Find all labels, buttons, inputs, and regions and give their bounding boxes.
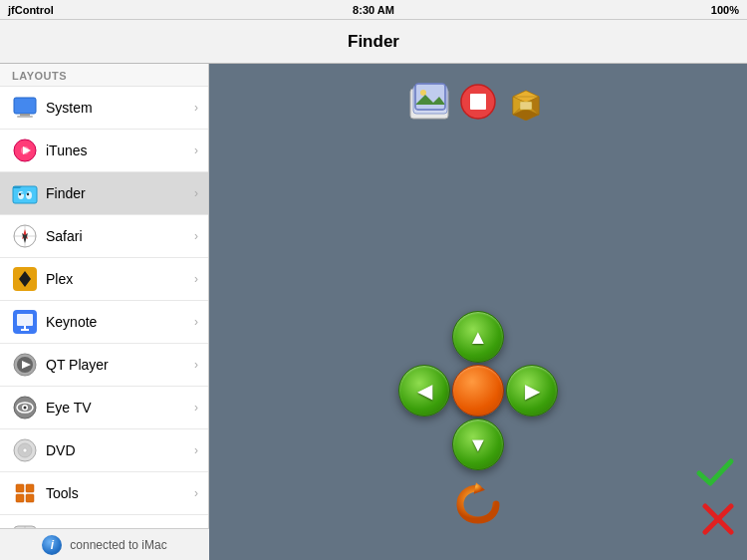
section-header-layouts: LAYOUTS (0, 64, 208, 87)
svg-rect-6 (13, 186, 37, 203)
dpad-left-button[interactable]: ◀ (398, 365, 450, 417)
undo-icon (452, 478, 504, 530)
svg-rect-35 (26, 484, 34, 492)
top-icons-row (408, 82, 548, 122)
sidebar-icon-dvd (12, 437, 38, 463)
sidebar-label-tools: Tools (46, 485, 194, 501)
sidebar-icon-itunes (12, 138, 38, 163)
sidebar-item-qt-player[interactable]: QT Player› (0, 344, 208, 387)
sidebar: LAYOUTSSystem›iTunes›Finder›Safari›Plex›… (0, 64, 209, 560)
svg-rect-0 (14, 98, 36, 114)
sidebar-chevron-dvd: › (194, 443, 198, 457)
box-icon (505, 83, 547, 121)
sidebar-chevron-keynote: › (194, 315, 198, 329)
svg-rect-2 (17, 116, 33, 118)
sidebar-icon-tools (12, 480, 38, 506)
undo-button[interactable] (452, 478, 504, 530)
sidebar-chevron-plex: › (194, 272, 198, 286)
svg-point-33 (23, 448, 27, 452)
sidebar-icon-qt-player (12, 352, 38, 378)
photos-icon (409, 83, 451, 121)
sidebar-item-keynote[interactable]: Keynote› (0, 301, 208, 344)
sidebar-item-plex[interactable]: Plex› (0, 258, 208, 301)
svg-point-30 (24, 407, 27, 410)
cancel-button[interactable] (701, 502, 735, 544)
svg-rect-34 (16, 484, 24, 492)
sidebar-icon-plex (12, 266, 38, 292)
svg-rect-60 (470, 94, 486, 110)
status-time: 8:30 AM (353, 4, 394, 16)
dpad-right-arrow: ▶ (525, 381, 540, 401)
info-button[interactable]: i (42, 535, 62, 555)
sidebar-label-finder: Finder (46, 185, 194, 201)
sidebar-icon-system (12, 95, 38, 121)
home-icon (459, 83, 497, 121)
status-bar: jfControl 8:30 AM 100% (0, 0, 747, 20)
sidebar-chevron-qt-player: › (194, 358, 198, 372)
dpad-up-button[interactable]: ▲ (452, 311, 504, 363)
dpad: ▲ ◀ ▶ ▼ (398, 311, 558, 470)
sidebar-icon-eye-tv (12, 395, 38, 420)
sidebar-label-system: System (46, 100, 194, 116)
svg-rect-67 (520, 102, 532, 110)
svg-rect-37 (26, 494, 34, 502)
sidebar-icon-keynote (12, 309, 38, 335)
cancel-icon (701, 502, 735, 536)
sidebar-icon-finder (12, 180, 38, 206)
photos-icon-button[interactable] (408, 82, 452, 122)
svg-point-12 (27, 193, 29, 195)
sidebar-item-eye-tv[interactable]: Eye TV› (0, 387, 208, 429)
main-content: ▲ ◀ ▶ ▼ (209, 64, 747, 560)
home-icon-button[interactable] (456, 82, 500, 122)
info-label: i (51, 538, 54, 552)
control-pad: ▲ ◀ ▶ ▼ (398, 311, 558, 470)
sidebar-item-system[interactable]: System› (0, 87, 208, 130)
svg-point-11 (19, 193, 21, 195)
status-battery: 100% (711, 4, 739, 16)
bottom-bar: i connected to iMac (0, 528, 209, 560)
dpad-up-arrow: ▲ (468, 327, 488, 347)
nav-title: Finder (348, 32, 399, 52)
dpad-left-arrow: ◀ (417, 381, 432, 401)
sidebar-label-itunes: iTunes (46, 142, 194, 158)
sidebar-item-tools[interactable]: Tools› (0, 472, 208, 515)
sidebar-chevron-tools: › (194, 486, 198, 500)
svg-rect-55 (415, 84, 445, 110)
sidebar-icon-safari (12, 223, 38, 249)
sidebar-item-finder[interactable]: Finder› (0, 172, 208, 215)
dpad-down-button[interactable]: ▼ (452, 419, 504, 470)
sidebar-item-safari[interactable]: Safari› (0, 215, 208, 258)
connection-status: connected to iMac (70, 538, 166, 552)
nav-bar: Finder (0, 20, 747, 64)
box-icon-button[interactable] (504, 82, 548, 122)
svg-rect-36 (16, 494, 24, 502)
svg-point-8 (18, 191, 24, 199)
dpad-center-button[interactable] (452, 365, 504, 417)
sidebar-label-dvd: DVD (46, 442, 194, 458)
confirm-button[interactable] (695, 455, 735, 500)
sidebar-label-eye-tv: Eye TV (46, 400, 194, 416)
sidebar-chevron-finder: › (194, 186, 198, 200)
sidebar-item-itunes[interactable]: iTunes› (0, 130, 208, 172)
status-app-name: jfControl (8, 4, 54, 16)
sidebar-item-dvd[interactable]: DVD› (0, 429, 208, 472)
dpad-down-arrow: ▼ (468, 434, 488, 454)
sidebar-chevron-itunes: › (194, 143, 198, 157)
svg-rect-21 (17, 314, 33, 326)
sidebar-chevron-eye-tv: › (194, 401, 198, 415)
sidebar-label-safari: Safari (46, 228, 194, 244)
sidebar-label-plex: Plex (46, 271, 194, 287)
sidebar-chevron-system: › (194, 101, 198, 115)
svg-point-9 (26, 191, 32, 199)
main-layout: LAYOUTSSystem›iTunes›Finder›Safari›Plex›… (0, 64, 747, 560)
dpad-right-button[interactable]: ▶ (506, 365, 558, 417)
svg-point-56 (420, 90, 426, 96)
sidebar-label-keynote: Keynote (46, 314, 194, 330)
sidebar-label-qt-player: QT Player (46, 357, 194, 373)
confirm-icon (695, 455, 735, 491)
sidebar-chevron-safari: › (194, 229, 198, 243)
